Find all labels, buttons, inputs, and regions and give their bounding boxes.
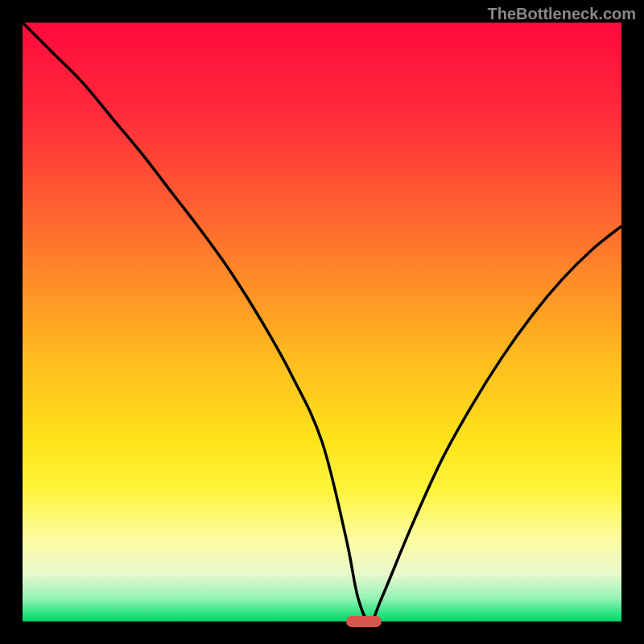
bottleneck-curve — [23, 23, 621, 621]
chart-container: TheBottleneck.com — [0, 0, 644, 644]
bottleneck-marker — [346, 616, 382, 627]
chart-plot-area — [23, 23, 621, 621]
watermark-text: TheBottleneck.com — [488, 5, 636, 23]
